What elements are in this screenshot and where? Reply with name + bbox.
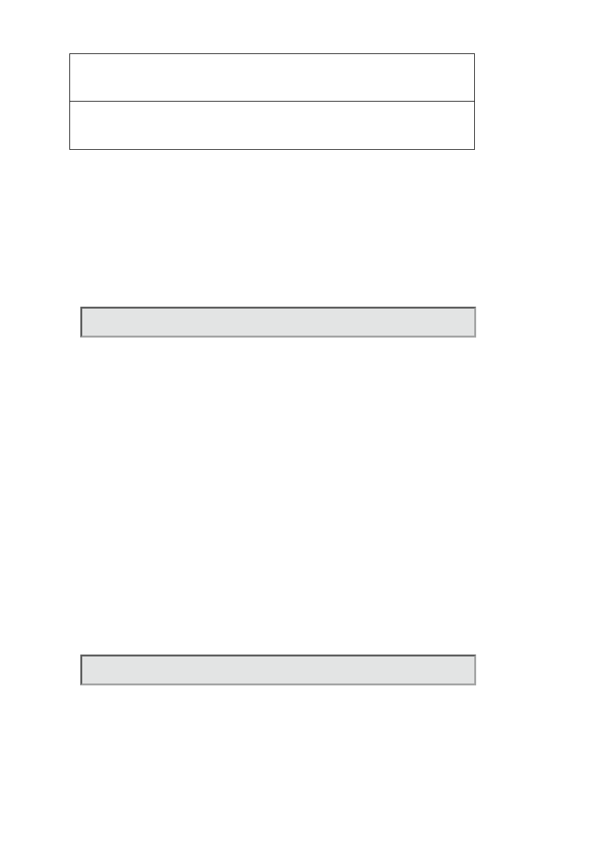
code-block	[80, 655, 476, 685]
table-row	[70, 102, 474, 149]
code-block	[80, 307, 476, 338]
two-row-table	[69, 53, 475, 150]
table-row	[70, 54, 474, 102]
